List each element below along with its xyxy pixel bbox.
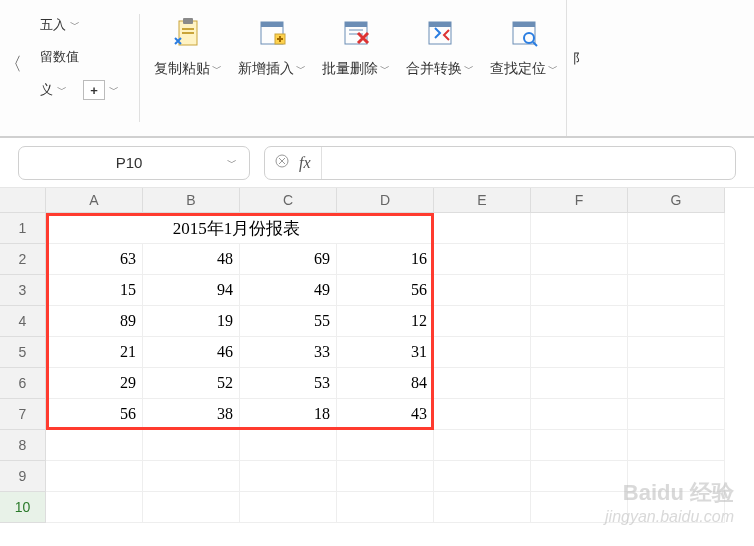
svg-rect-2 — [182, 28, 194, 30]
cell[interactable] — [434, 461, 531, 492]
batch-delete-group[interactable]: 批量删除﹀ — [314, 0, 398, 136]
cell[interactable]: 12 — [337, 306, 434, 337]
cell[interactable]: 94 — [143, 275, 240, 306]
cell[interactable]: 52 — [143, 368, 240, 399]
cell[interactable]: 53 — [240, 368, 337, 399]
cell[interactable] — [434, 306, 531, 337]
svg-rect-3 — [182, 32, 194, 34]
cell[interactable] — [628, 275, 725, 306]
row-header[interactable]: 1 — [0, 213, 46, 244]
cell[interactable]: 56 — [46, 399, 143, 430]
copy-paste-group[interactable]: 复制粘贴﹀ — [146, 0, 230, 136]
cell[interactable] — [628, 244, 725, 275]
cell[interactable] — [628, 337, 725, 368]
row-header[interactable]: 9 — [0, 461, 46, 492]
cell[interactable]: 15 — [46, 275, 143, 306]
cell[interactable] — [531, 306, 628, 337]
cell[interactable]: 56 — [337, 275, 434, 306]
cell[interactable] — [240, 492, 337, 523]
cell[interactable]: 55 — [240, 306, 337, 337]
cell[interactable] — [628, 213, 725, 244]
col-header[interactable]: F — [531, 188, 628, 213]
row-header[interactable]: 8 — [0, 430, 46, 461]
add-button[interactable]: + — [83, 80, 105, 100]
cell[interactable]: 48 — [143, 244, 240, 275]
col-header[interactable]: E — [434, 188, 531, 213]
col-header[interactable]: B — [143, 188, 240, 213]
name-box[interactable]: P10 ﹀ — [18, 146, 250, 180]
cell[interactable] — [628, 368, 725, 399]
row-header[interactable]: 5 — [0, 337, 46, 368]
cell[interactable]: 19 — [143, 306, 240, 337]
cell[interactable]: 18 — [240, 399, 337, 430]
cell[interactable]: 38 — [143, 399, 240, 430]
row-header[interactable]: 7 — [0, 399, 46, 430]
back-icon[interactable]: 〈 — [4, 52, 22, 76]
cell[interactable] — [434, 213, 531, 244]
cell[interactable] — [240, 461, 337, 492]
cell[interactable]: 49 — [240, 275, 337, 306]
cell[interactable] — [434, 430, 531, 461]
cancel-icon[interactable] — [275, 154, 289, 171]
row-header[interactable]: 4 — [0, 306, 46, 337]
cell[interactable]: 33 — [240, 337, 337, 368]
cell[interactable] — [337, 461, 434, 492]
cell[interactable] — [531, 337, 628, 368]
cell[interactable]: 63 — [46, 244, 143, 275]
cell[interactable] — [434, 337, 531, 368]
cell[interactable] — [337, 430, 434, 461]
col-header[interactable]: D — [337, 188, 434, 213]
cell[interactable] — [143, 492, 240, 523]
cell[interactable] — [531, 399, 628, 430]
cell[interactable] — [46, 461, 143, 492]
cell[interactable] — [531, 213, 628, 244]
row-header[interactable]: 2 — [0, 244, 46, 275]
row-header-active[interactable]: 10 — [0, 492, 46, 523]
title-cell[interactable]: 2015年1月份报表 — [46, 213, 434, 244]
row-header[interactable]: 6 — [0, 368, 46, 399]
keep-value-dropdown[interactable]: 留数值 — [34, 44, 125, 70]
cell[interactable]: 89 — [46, 306, 143, 337]
cell[interactable] — [531, 430, 628, 461]
cell[interactable]: 29 — [46, 368, 143, 399]
cell[interactable] — [531, 244, 628, 275]
cell[interactable]: 21 — [46, 337, 143, 368]
col-header[interactable]: G — [628, 188, 725, 213]
cell[interactable] — [143, 461, 240, 492]
merge-convert-group[interactable]: 合并转换﹀ — [398, 0, 482, 136]
cell[interactable]: 84 — [337, 368, 434, 399]
cell[interactable] — [434, 399, 531, 430]
col-header[interactable]: A — [46, 188, 143, 213]
cell[interactable] — [531, 368, 628, 399]
insert-label: 新增插入﹀ — [238, 60, 306, 78]
cell[interactable]: 31 — [337, 337, 434, 368]
cell[interactable] — [434, 492, 531, 523]
cell[interactable] — [628, 306, 725, 337]
cell[interactable] — [434, 368, 531, 399]
cell[interactable] — [46, 492, 143, 523]
cell[interactable]: 43 — [337, 399, 434, 430]
cell[interactable]: 69 — [240, 244, 337, 275]
cell[interactable] — [143, 430, 240, 461]
cell[interactable] — [434, 244, 531, 275]
select-all-corner[interactable] — [0, 188, 46, 213]
insert-group[interactable]: 新增插入﹀ — [230, 0, 314, 136]
fx-label[interactable]: fx — [299, 154, 311, 172]
cell[interactable] — [628, 399, 725, 430]
toolbar-right-edge[interactable]: 阝 — [566, 0, 590, 136]
cell[interactable] — [531, 275, 628, 306]
row-6: 629525384 — [0, 368, 754, 399]
cell[interactable] — [434, 275, 531, 306]
define-dropdown[interactable]: 义 ﹀ + ﹀ — [34, 76, 125, 104]
round-dropdown[interactable]: 五入 ﹀ — [34, 12, 125, 38]
formula-input[interactable] — [321, 147, 725, 179]
cell[interactable] — [240, 430, 337, 461]
find-locate-group[interactable]: 查找定位﹀ — [482, 0, 566, 136]
cell[interactable] — [628, 430, 725, 461]
cell[interactable]: 46 — [143, 337, 240, 368]
cell[interactable]: 16 — [337, 244, 434, 275]
row-header[interactable]: 3 — [0, 275, 46, 306]
cell[interactable] — [46, 430, 143, 461]
cell[interactable] — [337, 492, 434, 523]
col-header[interactable]: C — [240, 188, 337, 213]
